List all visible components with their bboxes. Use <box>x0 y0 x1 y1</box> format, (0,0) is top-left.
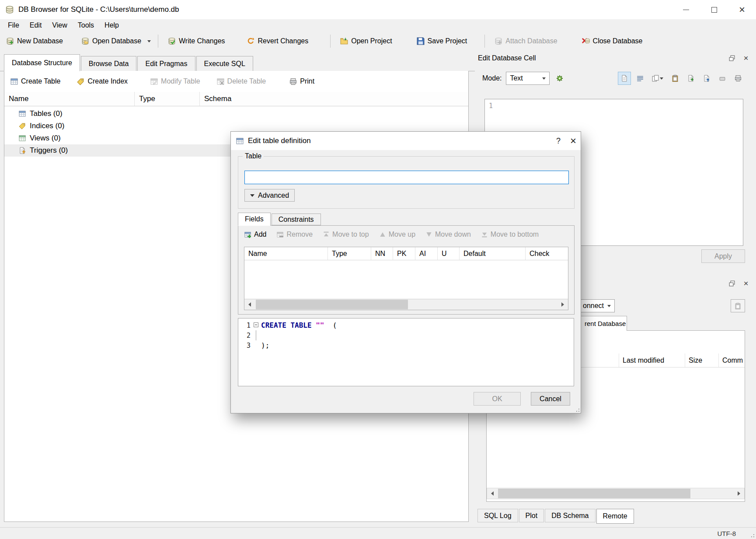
scrollbar-thumb[interactable] <box>498 489 690 498</box>
column-header-default[interactable]: Default <box>460 247 526 260</box>
column-header-size[interactable]: Size <box>685 354 719 367</box>
close-button[interactable]: × <box>728 0 756 19</box>
dock-close-button[interactable]: × <box>741 54 751 63</box>
column-header-ai[interactable]: AI <box>415 247 438 260</box>
menu-file[interactable]: File <box>3 19 24 32</box>
close-database-button[interactable]: Close Database <box>578 33 647 49</box>
column-header-check[interactable]: Check <box>526 247 568 260</box>
tab-remote[interactable]: Remote <box>596 509 634 524</box>
tree-item-triggers[interactable]: Triggers (0) <box>4 144 247 157</box>
text-view-button[interactable] <box>618 72 631 85</box>
column-header-schema[interactable]: Schema <box>200 92 468 106</box>
tab-db-schema[interactable]: DB Schema <box>545 509 595 522</box>
menu-edit[interactable]: Edit <box>24 19 47 32</box>
dialog-close-button[interactable]: × <box>566 133 581 148</box>
move-to-top-button[interactable]: Move to top <box>323 231 369 238</box>
column-header-name[interactable]: Name <box>4 92 135 106</box>
column-header-pk[interactable]: PK <box>393 247 415 260</box>
chevron-down-icon <box>542 77 546 80</box>
minimize-button[interactable] <box>672 0 700 19</box>
menu-tools[interactable]: Tools <box>73 19 99 32</box>
tab-fields[interactable]: Fields <box>238 213 271 226</box>
menu-help[interactable]: Help <box>99 19 124 32</box>
tab-edit-pragmas[interactable]: Edit Pragmas <box>137 56 195 71</box>
document-icon <box>621 75 628 82</box>
table-name-input[interactable] <box>244 171 569 184</box>
window-resize-grip[interactable] <box>748 531 754 537</box>
remote-identity-select[interactable]: onnect <box>579 299 615 312</box>
fold-margin[interactable] <box>251 320 261 330</box>
minimize-icon <box>683 10 689 10</box>
copy-button[interactable] <box>649 72 666 85</box>
scroll-right-icon[interactable] <box>557 299 568 310</box>
move-down-button[interactable]: Move down <box>426 231 471 238</box>
cancel-button[interactable]: Cancel <box>531 392 570 406</box>
dock-close-button[interactable]: × <box>741 279 751 288</box>
remote-action-button[interactable] <box>731 299 745 312</box>
dock-float-button[interactable] <box>727 279 737 288</box>
word-wrap-button[interactable] <box>634 72 647 85</box>
tab-plot[interactable]: Plot <box>519 509 544 522</box>
tab-current-database[interactable]: rent Database <box>576 316 627 331</box>
column-header-nn[interactable]: NN <box>371 247 393 260</box>
add-field-button[interactable]: Add <box>244 231 266 238</box>
scroll-left-icon[interactable] <box>244 299 255 310</box>
maximize-button[interactable] <box>700 0 728 19</box>
auto-mode-button[interactable] <box>553 72 566 85</box>
column-header-u[interactable]: U <box>438 247 460 260</box>
tab-execute-sql[interactable]: Execute SQL <box>196 56 253 71</box>
write-changes-label: Write Changes <box>179 37 225 45</box>
create-table-button[interactable]: Create Table <box>7 74 64 89</box>
column-header-type[interactable]: Type <box>328 247 371 260</box>
create-index-button[interactable]: Create Index <box>73 74 131 89</box>
revert-changes-button[interactable]: Revert Changes <box>243 33 313 49</box>
mode-select[interactable]: Text <box>506 72 550 85</box>
identity-value: onnect <box>583 302 604 310</box>
move-down-label: Move down <box>435 231 471 238</box>
save-project-button[interactable]: Save Project <box>412 33 472 49</box>
print-button[interactable]: Print <box>286 74 318 89</box>
remote-horizontal-scrollbar[interactable] <box>487 488 745 499</box>
column-header-last-modified[interactable]: Last modified <box>619 354 685 367</box>
tab-browse-data[interactable]: Browse Data <box>81 56 137 71</box>
dialog-resize-grip[interactable] <box>573 406 579 412</box>
advanced-button[interactable]: Advanced <box>244 189 295 202</box>
tree-item-tables[interactable]: Tables (0) <box>4 108 468 120</box>
open-database-button[interactable]: Open Database <box>77 33 146 49</box>
menu-view[interactable]: View <box>47 19 72 32</box>
new-database-button[interactable]: New Database <box>2 33 67 49</box>
scroll-left-icon[interactable] <box>487 488 498 499</box>
open-project-button[interactable]: Open Project <box>336 33 396 49</box>
encoding-indicator[interactable]: UTF-8 <box>718 530 736 537</box>
move-to-bottom-button[interactable]: Move to bottom <box>481 231 539 238</box>
import-button[interactable] <box>684 72 697 85</box>
export-button[interactable] <box>700 72 713 85</box>
tab-sql-log[interactable]: SQL Log <box>477 509 518 522</box>
tab-constraints[interactable]: Constraints <box>272 214 321 225</box>
column-header-type[interactable]: Type <box>135 92 200 106</box>
column-header-name[interactable]: Name <box>244 247 328 260</box>
paste-button[interactable] <box>669 72 682 85</box>
attach-database-button[interactable]: Attach Database <box>490 33 561 49</box>
dialog-help-button[interactable]: ? <box>551 133 566 148</box>
sql-code: CREATE TABLE "" ( <box>261 321 337 329</box>
tree-item-indices[interactable]: Indices (0) <box>4 120 468 132</box>
fields-grid-scrollbar[interactable] <box>244 299 568 310</box>
move-up-button[interactable]: Move up <box>380 231 415 238</box>
scrollbar-thumb[interactable] <box>256 300 408 309</box>
write-changes-button[interactable]: Write Changes <box>164 33 230 49</box>
modify-table-button[interactable]: Modify Table <box>147 74 204 89</box>
remove-field-button[interactable]: Remove <box>277 231 313 238</box>
open-database-menu-button[interactable] <box>146 33 153 49</box>
fold-collapse-icon[interactable] <box>254 322 258 327</box>
tab-database-structure[interactable]: Database Structure <box>4 54 80 71</box>
ok-button[interactable]: OK <box>474 392 521 406</box>
set-null-button[interactable] <box>716 72 729 85</box>
column-header-commit[interactable]: Comm <box>719 354 745 367</box>
delete-table-button[interactable]: Delete Table <box>213 74 270 89</box>
scroll-right-icon[interactable] <box>734 488 744 499</box>
dock-float-button[interactable] <box>727 54 737 63</box>
print-cell-button[interactable] <box>732 72 745 85</box>
views-icon <box>19 135 26 142</box>
apply-button[interactable]: Apply <box>701 249 745 263</box>
